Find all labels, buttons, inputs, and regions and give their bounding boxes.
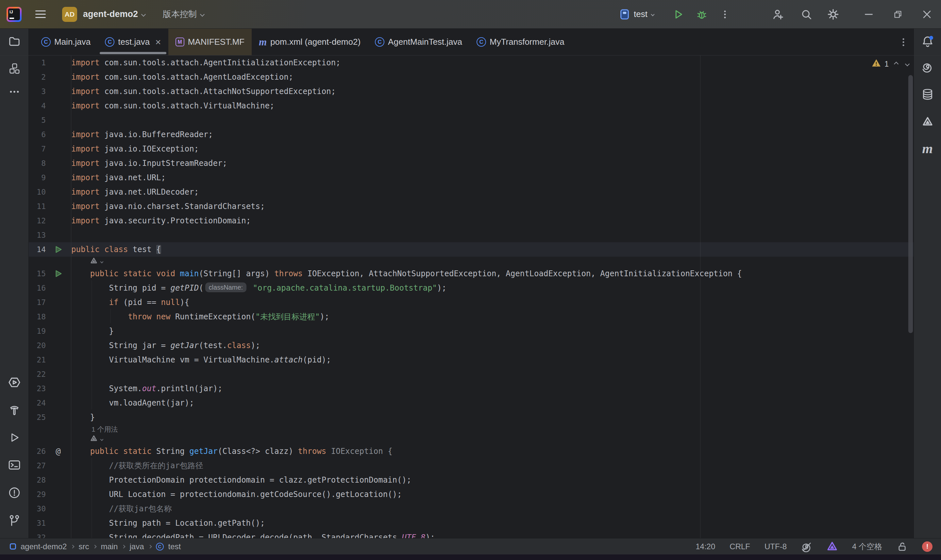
code-line[interactable]: 32 String decodedPath = URLDecoder.decod… (29, 530, 913, 538)
usages-hint[interactable]: 1 个用法 (71, 425, 118, 434)
debug-button[interactable] (696, 8, 708, 20)
problems-tool-button[interactable] (8, 486, 21, 500)
minimize-button[interactable] (863, 9, 874, 20)
vcs-menu[interactable]: 版本控制 (163, 8, 197, 20)
tab-agentmaintest-java[interactable]: CAgentMainTest.java (368, 29, 469, 55)
code-line[interactable]: 19 } (29, 324, 913, 338)
code-line[interactable]: 9import java.net.URL; (29, 171, 913, 185)
code-line[interactable]: 27 //获取类所在的jar包路径 (29, 458, 913, 473)
code-line[interactable]: 18 throw new RuntimeException("未找到目标进程")… (29, 309, 913, 324)
lock-icon[interactable] (896, 541, 908, 552)
encoding-widget[interactable]: UTF-8 (765, 542, 787, 551)
code-text: import com.sun.tools.attach.AgentInitial… (71, 55, 913, 70)
line-separator-widget[interactable]: CRLF (730, 542, 750, 551)
code-line[interactable]: 30 //获取jar包名称 (29, 502, 913, 516)
code-line[interactable]: 22 (29, 367, 913, 382)
run-button[interactable] (672, 8, 684, 20)
code-line[interactable]: 13 (29, 228, 913, 242)
code-line[interactable]: 20 String jar = getJar(test.class); (29, 338, 913, 353)
main-menu-button[interactable] (33, 8, 48, 20)
ai-plugin-status-icon[interactable] (827, 541, 838, 552)
code-line[interactable]: 12import java.security.ProtectionDomain; (29, 214, 913, 228)
caret-position-widget[interactable]: 14:20 (696, 542, 715, 551)
notifications-button[interactable] (913, 29, 941, 55)
breadcrumb-item[interactable]: main (101, 542, 118, 551)
code-line[interactable]: 29 URL Location = protectiondomain.getCo… (29, 487, 913, 502)
inspections-widget[interactable]: 1 (872, 58, 909, 70)
code-line[interactable]: 25 } (29, 410, 913, 425)
code-line[interactable]: 5 (29, 113, 913, 127)
structure-tool-button[interactable] (9, 63, 20, 75)
code-text[interactable] (71, 434, 103, 444)
tab-mytransformer-java[interactable]: CMyTransformer.java (469, 29, 572, 55)
code-line[interactable]: 16 String pid = getPID(className: "org.a… (29, 281, 913, 295)
code-line[interactable]: 2import com.sun.tools.attach.AgentLoadEx… (29, 70, 913, 84)
code-line[interactable]: 17 if (pid == null){ (29, 295, 913, 309)
code-line[interactable]: 23 System.out.println(jar); (29, 382, 913, 396)
line-number: 32 (29, 530, 46, 538)
ai-plugin-tool-button[interactable] (922, 116, 933, 129)
breadcrumbs: agent-demo2srcmainjavaCtest (10, 542, 181, 551)
search-everywhere-button[interactable] (801, 8, 812, 20)
project-name[interactable]: agent-demo2 (83, 9, 138, 19)
tab-pom-xml-agent-demo2-[interactable]: mpom.xml (agent-demo2) (251, 29, 368, 55)
chevron-down-icon[interactable] (141, 12, 146, 16)
project-tool-window-button[interactable] (0, 29, 29, 55)
services-tool-button[interactable] (8, 375, 21, 391)
code-line[interactable]: 15 public static void main(String[] args… (29, 266, 913, 281)
breadcrumb-item[interactable]: agent-demo2 (21, 542, 67, 551)
code-line[interactable]: 11import java.nio.charset.StandardCharse… (29, 199, 913, 214)
tab-manifest-mf[interactable]: MMANIFEST.MF (168, 29, 251, 55)
restore-button[interactable] (893, 9, 903, 20)
close-tab-icon[interactable]: × (155, 37, 161, 47)
code-text[interactable] (71, 257, 103, 266)
run-line-button[interactable] (54, 269, 63, 278)
ai-assistant-tool-button[interactable] (922, 61, 933, 74)
editor-scrollbar[interactable] (908, 75, 913, 333)
build-tool-button[interactable] (8, 404, 21, 418)
gutter: 1 (29, 55, 71, 70)
parameter-hint[interactable]: className: (205, 282, 247, 292)
indent-widget[interactable]: 4 个空格 (852, 542, 882, 552)
close-button[interactable] (921, 9, 932, 20)
git-tool-button[interactable] (8, 514, 21, 528)
tab-options-button[interactable] (898, 29, 908, 55)
run-configuration-selector[interactable]: test (619, 8, 654, 20)
code-editor[interactable]: 1import com.sun.tools.attach.AgentInitia… (29, 55, 913, 538)
code-line[interactable]: 26@ public static String getJar(Class<?>… (29, 444, 913, 458)
code-line[interactable]: 7import java.io.IOException; (29, 142, 913, 156)
indent-guide (91, 458, 92, 538)
chevron-up-icon[interactable] (894, 62, 898, 66)
code-line[interactable]: 10import java.net.URLDecoder; (29, 185, 913, 199)
code-line[interactable]: 31 String path = Location.getPath(); (29, 516, 913, 530)
ai-assistant-status-icon[interactable] (801, 541, 812, 552)
code-line[interactable]: 6import java.io.BufferedReader; (29, 127, 913, 142)
chevron-down-icon[interactable] (200, 12, 205, 16)
breadcrumb-item[interactable]: src (79, 542, 89, 551)
project-avatar[interactable]: AD (62, 7, 77, 22)
tab-test-java[interactable]: Ctest.java× (98, 29, 168, 55)
code-line[interactable]: 14public class test { (29, 242, 913, 257)
code-line[interactable]: 3import com.sun.tools.attach.AttachNotSu… (29, 84, 913, 98)
code-line[interactable]: 21 VirtualMachine vm = VirtualMachine.at… (29, 353, 913, 367)
code-line[interactable]: 28 ProtectionDomain protectiondomain = c… (29, 473, 913, 487)
settings-button[interactable] (827, 8, 839, 20)
code-line[interactable]: 8import java.io.InputStreamReader; (29, 156, 913, 171)
tab-main-java[interactable]: CMain.java (34, 29, 98, 55)
terminal-tool-button[interactable] (8, 458, 21, 473)
more-tools-button[interactable] (9, 86, 20, 98)
maven-tool-button[interactable]: m (922, 142, 933, 155)
code-line[interactable]: 4import com.sun.tools.attach.VirtualMach… (29, 98, 913, 113)
database-tool-button[interactable] (921, 88, 934, 102)
breadcrumb-item[interactable]: java (130, 542, 144, 551)
code-line[interactable]: 24 vm.loadAgent(jar); (29, 396, 913, 410)
chevron-down-icon[interactable] (905, 62, 910, 66)
run-line-button[interactable] (54, 245, 63, 254)
breadcrumb-item[interactable]: test (168, 542, 181, 551)
run-tool-button[interactable] (9, 432, 20, 445)
more-actions-button[interactable] (720, 9, 730, 19)
code-line[interactable]: 1import com.sun.tools.attach.AgentInitia… (29, 55, 913, 70)
error-notification-badge[interactable]: ! (922, 542, 932, 552)
code-with-me-button[interactable] (772, 8, 784, 21)
tab-label: MANIFEST.MF (188, 37, 244, 47)
